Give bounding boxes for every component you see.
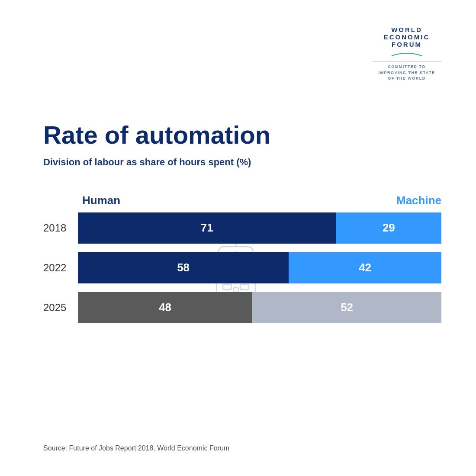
- bar-year-2025: 2025: [43, 302, 78, 314]
- bar-row-2025: 2025 48 52: [43, 292, 441, 323]
- logo-arc: [368, 50, 446, 58]
- logo-divider: [372, 61, 441, 61]
- chart-subtitle: Division of labour as share of hours spe…: [43, 157, 441, 168]
- bar-year-2022: 2022: [43, 262, 78, 274]
- logo-line2: ECONOMIC: [368, 33, 446, 41]
- chart-container: Human Machine 2018 71 29 2022 58 42 2025…: [43, 194, 441, 323]
- main-content: Rate of automation Division of labour as…: [43, 121, 441, 332]
- bar-human-2022: 58: [78, 252, 289, 283]
- bar-machine-2025: 52: [252, 292, 441, 323]
- bar-track-2022: 58 42: [78, 252, 441, 283]
- source-text: Source: Future of Jobs Report 2018, Worl…: [43, 444, 229, 452]
- wef-logo: WORLD ECONOMIC FORUM COMMITTED TO IMPROV…: [368, 26, 446, 82]
- bar-row-2018: 2018 71 29: [43, 212, 441, 244]
- logo-line1: WORLD: [368, 26, 446, 33]
- bar-track-2025: 48 52: [78, 292, 441, 323]
- logo-committed: COMMITTED TO IMPROVING THE STATE OF THE …: [368, 64, 446, 82]
- label-machine: Machine: [177, 194, 441, 207]
- chart-labels-row: Human Machine: [82, 194, 441, 207]
- bar-machine-2022: 42: [289, 252, 441, 283]
- bar-human-2025: 48: [78, 292, 252, 323]
- logo-line3: FORUM: [368, 41, 446, 48]
- chart-title: Rate of automation: [43, 121, 441, 149]
- bar-human-2018: 71: [78, 212, 336, 244]
- bar-year-2018: 2018: [43, 222, 78, 234]
- bar-row-2022: 2022 58 42: [43, 252, 441, 283]
- bar-machine-2018: 29: [336, 212, 441, 244]
- label-human: Human: [82, 194, 177, 207]
- bar-track-2018: 71 29: [78, 212, 441, 244]
